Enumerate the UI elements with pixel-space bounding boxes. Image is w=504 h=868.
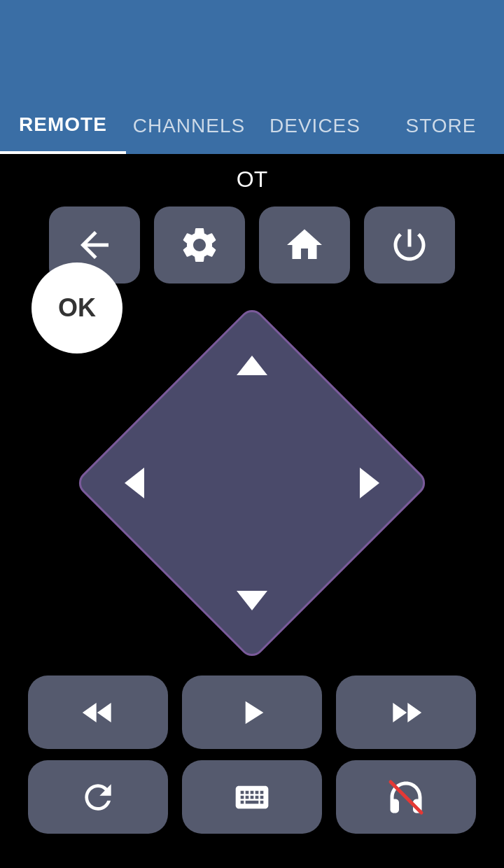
keyboard-button[interactable]: [182, 760, 322, 834]
power-button[interactable]: [364, 206, 455, 284]
fast-forward-icon: [386, 693, 426, 732]
home-button[interactable]: [259, 206, 350, 284]
down-chevron-icon: [237, 591, 267, 610]
tab-store[interactable]: STORE: [378, 98, 504, 154]
play-icon: [232, 693, 272, 732]
dpad: OK: [77, 308, 427, 658]
settings-button[interactable]: [154, 206, 245, 284]
fast-forward-button[interactable]: [336, 676, 476, 749]
headphones-off-icon: [385, 776, 427, 818]
up-chevron-icon: [237, 356, 267, 375]
ok-button[interactable]: OK: [31, 262, 122, 354]
tab-devices[interactable]: DEVICES: [252, 98, 378, 154]
back-icon: [74, 224, 115, 266]
dpad-right-button[interactable]: [342, 455, 398, 511]
dpad-container: OK: [0, 298, 504, 668]
headphones-off-button[interactable]: [336, 760, 476, 834]
media-buttons: [0, 676, 504, 749]
tab-remote[interactable]: REMOTE: [0, 98, 126, 154]
right-chevron-icon: [360, 468, 379, 498]
settings-icon: [178, 224, 220, 266]
nav-tabs: REMOTE CHANNELS DEVICES STORE: [0, 98, 504, 154]
dpad-up-button[interactable]: [224, 337, 280, 393]
device-label: OT: [0, 154, 504, 200]
dpad-down-button[interactable]: [224, 573, 280, 629]
home-icon: [284, 224, 326, 266]
header: REMOTE CHANNELS DEVICES STORE: [0, 0, 504, 154]
tab-channels[interactable]: CHANNELS: [126, 98, 252, 154]
rewind-icon: [78, 693, 118, 732]
left-chevron-icon: [125, 468, 144, 498]
dpad-left-button[interactable]: [106, 455, 162, 511]
rewind-button[interactable]: [28, 676, 168, 749]
bottom-buttons: [0, 760, 504, 834]
keyboard-icon: [232, 778, 272, 817]
svg-line-0: [391, 782, 421, 813]
power-icon: [388, 224, 430, 266]
reload-icon: [78, 778, 118, 817]
reload-button[interactable]: [28, 760, 168, 834]
play-button[interactable]: [182, 676, 322, 749]
